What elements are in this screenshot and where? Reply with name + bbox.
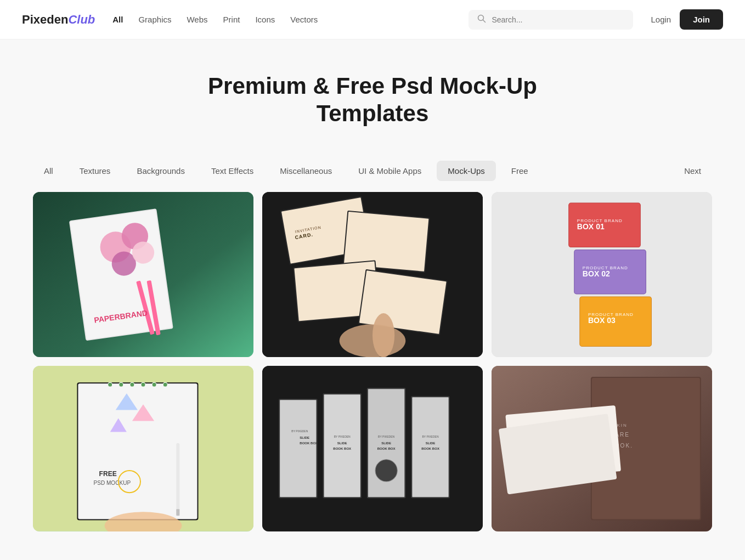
nav-item-print[interactable]: Print — [223, 15, 240, 24]
header: PixedenClub All Graphics Webs Print Icon… — [0, 0, 745, 39]
filter-tab-backgrounds[interactable]: Backgrounds — [126, 161, 196, 181]
login-button[interactable]: Login — [651, 15, 671, 24]
grid-item-1[interactable]: PAPERBRAND — [33, 192, 253, 358]
logo[interactable]: PixedenClub — [22, 13, 95, 27]
svg-point-24 — [373, 313, 394, 357]
filter-bar: All Textures Backgrounds Text Effects Mi… — [0, 150, 745, 192]
content-grid: PAPERBRAND INVITATION CARD. — [0, 192, 745, 560]
svg-text:PSD MOCKUP: PSD MOCKUP — [94, 480, 131, 486]
svg-point-44 — [141, 382, 145, 387]
svg-point-7 — [112, 251, 136, 275]
nav-item-icons[interactable]: Icons — [255, 15, 275, 24]
svg-point-42 — [119, 382, 123, 387]
svg-text:BY PIXEDEN: BY PIXEDEN — [378, 435, 394, 438]
filter-tab-next[interactable]: Next — [673, 161, 712, 181]
svg-text:BY PIXEDEN: BY PIXEDEN — [334, 435, 351, 438]
svg-point-41 — [108, 382, 112, 387]
svg-point-23 — [340, 324, 406, 357]
search-bar — [469, 10, 633, 30]
svg-text:BOX 03: BOX 03 — [588, 316, 616, 325]
grid-item-3[interactable]: PRODUCT BRAND BOX 01 PRODUCT BRAND BOX 0… — [492, 192, 712, 358]
svg-point-46 — [163, 382, 167, 387]
grid-item-4[interactable]: FREE PSD MOCKUP — [33, 366, 253, 531]
svg-rect-54 — [176, 510, 179, 516]
svg-rect-63 — [324, 395, 360, 497]
svg-text:BY PIXEDEN: BY PIXEDEN — [291, 429, 308, 433]
svg-point-45 — [152, 382, 156, 387]
svg-text:BOOK BOX: BOOK BOX — [377, 447, 396, 450]
svg-text:SLIDE: SLIDE — [426, 442, 436, 445]
svg-text:FREE: FREE — [99, 470, 117, 478]
nav-item-vectors[interactable]: Vectors — [290, 15, 318, 24]
grid-item-6[interactable]: SKIN CARE BOOK. BUISNESS CARD — [492, 366, 712, 531]
filter-tab-all[interactable]: All — [33, 161, 64, 181]
filter-tab-text-effects[interactable]: Text Effects — [200, 161, 264, 181]
svg-point-77 — [375, 460, 397, 482]
svg-rect-58 — [280, 400, 316, 497]
svg-text:BOOK BOX: BOOK BOX — [333, 447, 351, 450]
join-button[interactable]: Join — [680, 9, 723, 30]
filter-tab-ui-mobile-apps[interactable]: UI & Mobile Apps — [347, 161, 432, 181]
filter-tab-mock-ups[interactable]: Mock-Ups — [437, 161, 496, 181]
svg-point-8 — [132, 241, 154, 263]
nav-item-all[interactable]: All — [112, 15, 123, 24]
hero-section: Premium & Free Psd Mock-Up Templates — [0, 39, 745, 150]
hero-title: Premium & Free Psd Mock-Up Templates — [22, 72, 723, 128]
svg-point-43 — [130, 382, 134, 387]
search-input[interactable] — [492, 15, 624, 24]
svg-text:SLIDE: SLIDE — [300, 436, 309, 439]
filter-tab-miscellaneous[interactable]: Miscellaneous — [269, 161, 343, 181]
nav-item-webs[interactable]: Webs — [187, 15, 207, 24]
search-icon — [477, 14, 486, 25]
logo-text-main: Pixeden — [22, 13, 68, 27]
svg-text:BOOK BOX: BOOK BOX — [421, 447, 439, 450]
svg-text:BOX 01: BOX 01 — [577, 222, 605, 231]
grid-item-2[interactable]: INVITATION CARD. — [262, 192, 483, 358]
logo-text-club: Club — [68, 13, 95, 27]
svg-line-1 — [483, 20, 486, 22]
svg-text:BY PIXEDEN: BY PIXEDEN — [422, 435, 439, 438]
grid-item-5[interactable]: BY PIXEDEN SLIDE BOOK BOX BY PIXEDEN SLI… — [262, 366, 483, 531]
main-nav: All Graphics Webs Print Icons Vectors — [112, 15, 451, 24]
svg-rect-53 — [176, 443, 179, 515]
auth-buttons: Login Join — [651, 9, 723, 30]
nav-item-graphics[interactable]: Graphics — [138, 15, 171, 24]
svg-text:BOX 02: BOX 02 — [583, 269, 610, 278]
filter-tab-free[interactable]: Free — [500, 161, 539, 181]
svg-text:SLIDE: SLIDE — [337, 442, 347, 445]
svg-text:BOOK BOX: BOOK BOX — [300, 442, 318, 445]
svg-text:SLIDE: SLIDE — [381, 442, 391, 445]
filter-tab-textures[interactable]: Textures — [69, 161, 122, 181]
